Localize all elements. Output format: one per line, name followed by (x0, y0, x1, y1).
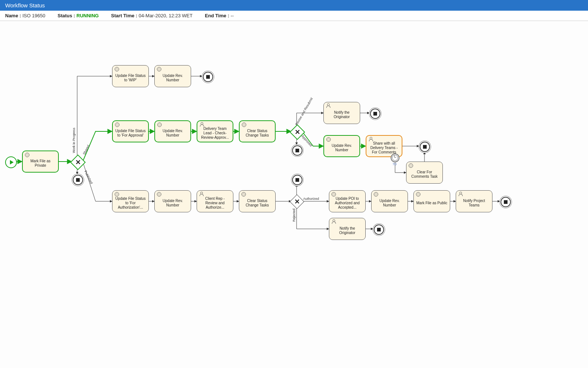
meta-name-value: ISO 19650 (22, 13, 45, 18)
task-upd-for-approval[interactable]: Update File Status to 'For Approval' (112, 120, 149, 142)
end-event-g3[interactable] (292, 175, 302, 185)
gw-label-shared: Shared (82, 144, 90, 155)
task-label: Delivery Team Lead - Check-Review-Approv… (200, 127, 230, 140)
task-clear-comments[interactable]: Clear For Comments Task (406, 162, 443, 184)
task-label: Clear Status Change Tasks (241, 199, 273, 208)
task-client-rep[interactable]: Client Rep - Review and Authorize... (197, 190, 233, 212)
task-clear-status-mid[interactable]: Clear Status Change Tasks (239, 120, 276, 142)
timer-label: 7D (392, 162, 397, 166)
meta-start-label: Start Time : (111, 13, 137, 18)
task-label: Notify Project Teams (458, 199, 490, 208)
user-icon (458, 192, 463, 196)
end-event-pub[interactable] (501, 197, 511, 207)
task-upd-for-auth[interactable]: Update File Status to 'For Authorization… (112, 190, 149, 212)
flow-connectors (0, 21, 588, 363)
gear-icon (157, 192, 161, 197)
end-event-wip[interactable] (203, 72, 213, 82)
task-label: Mark File as Public (416, 201, 447, 205)
task-notify-teams[interactable]: Notify Project Teams (456, 190, 492, 212)
meta-end-label: End Time : (205, 13, 229, 18)
task-label: Update POI to Authorized and Accepted... (331, 197, 363, 210)
task-notify-orig-top[interactable]: Notify the Originator (323, 102, 360, 124)
task-label: Update File Status to 'For Authorization… (115, 197, 146, 210)
meta-status-label: Status : (58, 13, 75, 18)
task-clear-status-pub[interactable]: Clear Status Change Tasks (239, 190, 276, 212)
task-label: Update File Status to 'For Approval' (115, 129, 146, 138)
meta-start-value: 04-Mar-2020, 12:23 WET (139, 13, 193, 18)
gear-icon (25, 153, 29, 157)
gear-icon (157, 67, 161, 71)
task-label: Update File Status to 'WIP' (115, 74, 146, 82)
meta-status-value: RUNNING (76, 13, 99, 18)
gear-icon (374, 192, 378, 197)
task-label: Mark File as Private (25, 159, 56, 168)
meta-name-label: Name : (5, 13, 21, 18)
end-event-notify-bot[interactable] (374, 224, 384, 235)
task-label: Clear For Comments Task (409, 170, 440, 179)
user-icon (199, 192, 204, 196)
end-event-share[interactable] (420, 142, 430, 152)
task-upd-rev-top[interactable]: Update Rev. Number (154, 65, 191, 87)
task-upd-rev-pub2[interactable]: Update Rev. Number (371, 190, 408, 212)
task-label: Update Rev. Number (326, 144, 357, 152)
meta-end-value: -- (230, 13, 234, 18)
user-icon (369, 137, 373, 141)
task-notify-orig-bot[interactable]: Notify the Originator (329, 218, 366, 240)
gw-label-rejected: Rejected (292, 209, 296, 222)
page-header: Workflow Status (0, 0, 588, 11)
workflow-canvas[interactable]: Mark File as Private ✕ Work in Progress … (0, 21, 588, 363)
task-upd-rev-pub[interactable]: Update Rev. Number (154, 190, 191, 212)
gear-icon (331, 192, 336, 197)
page-title: Workflow Status (5, 2, 45, 8)
task-upd-rev-mid[interactable]: Update Rev. Number (154, 120, 191, 142)
task-label: Update Rev. Number (157, 74, 189, 82)
task-label: Update Rev. Number (157, 199, 189, 208)
task-upd-rev-share[interactable]: Update Rev. Number (323, 135, 360, 157)
task-label: Notify the Originator (326, 110, 358, 119)
gear-icon (242, 123, 246, 127)
task-delivery-lead[interactable]: Delivery Team Lead - Check-Review-Approv… (197, 120, 233, 142)
task-label: Update Rev. Number (374, 199, 405, 208)
gear-icon (115, 67, 119, 71)
gw-label-wip: Work in Progress (72, 128, 76, 153)
task-label: Notify the Originator (331, 226, 363, 235)
gear-icon (241, 192, 246, 197)
gw-label-approved: Approved (301, 134, 313, 147)
user-icon (200, 122, 204, 127)
gw-label-published: Published (84, 170, 94, 185)
gear-icon (416, 192, 420, 197)
task-mark-private[interactable]: Mark File as Private (22, 151, 59, 173)
gear-icon (115, 192, 119, 197)
end-event-notify-top[interactable] (370, 109, 380, 119)
task-label: Update Rev. Number (157, 129, 188, 138)
gateway-status[interactable]: ✕ (70, 155, 86, 170)
end-event-g1[interactable] (73, 175, 83, 185)
gw-label-revise: Revise and Resubmit (295, 97, 313, 126)
task-label: Share with all Delivery Teams - For Comm… (369, 141, 399, 155)
start-event[interactable] (5, 156, 17, 168)
task-upd-poi[interactable]: Update POI to Authorized and Accepted... (329, 190, 366, 212)
user-icon (331, 219, 336, 224)
timer-event[interactable] (391, 153, 399, 162)
task-mark-public[interactable]: Mark File as Public (413, 190, 450, 212)
end-event-g2[interactable] (292, 145, 302, 156)
gateway-authorization[interactable]: ✕ (290, 194, 304, 209)
workflow-meta-bar: Name : ISO 19650 Status : RUNNING Start … (0, 11, 588, 21)
gear-icon (115, 123, 119, 127)
task-upd-wip[interactable]: Update File Status to 'WIP' (112, 65, 149, 87)
gear-icon (326, 137, 331, 142)
task-label: Client Rep - Review and Authorize... (199, 197, 231, 210)
user-icon (326, 103, 330, 108)
gw-label-authorized: Authorized (303, 197, 319, 201)
task-label: Clear Status Change Tasks (242, 129, 273, 138)
gear-icon (157, 123, 162, 127)
gear-icon (409, 163, 413, 168)
